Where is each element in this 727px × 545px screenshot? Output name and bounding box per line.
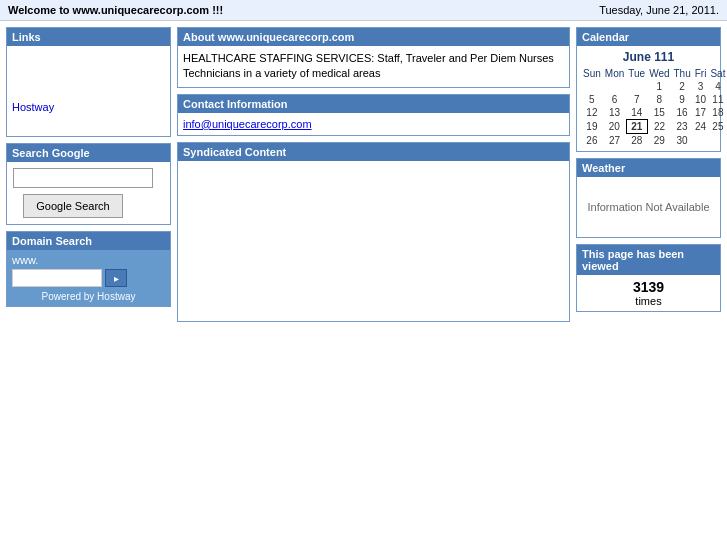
calendar-day: 17 <box>693 106 709 120</box>
calendar-day: 2 <box>672 80 693 93</box>
cal-thu: Thu <box>672 67 693 80</box>
date-text: Tuesday, June 21, 2011. <box>599 4 719 16</box>
calendar-header: Calendar <box>577 28 720 46</box>
cal-tue: Tue <box>626 67 647 80</box>
calendar-day: 1 <box>647 80 671 93</box>
cal-sun: Sun <box>581 67 603 80</box>
calendar-day: 16 <box>672 106 693 120</box>
calendar-day: 20 <box>603 120 626 134</box>
calendar-day: 25 <box>708 120 727 134</box>
calendar-day: 27 <box>603 134 626 148</box>
right-column: Calendar June 111 Sun Mon Tue Wed Thu Fr… <box>576 27 721 312</box>
calendar-tbody: 1234567891011121314151617181920212223242… <box>581 80 727 147</box>
weather-header: Weather <box>577 159 720 177</box>
calendar-day: 9 <box>672 93 693 106</box>
calendar-row: 12131415161718 <box>581 106 727 120</box>
search-google-header: Search Google <box>7 144 170 162</box>
main-content: Links Hostway Search Google Google Searc… <box>0 21 727 328</box>
syndicated-body <box>178 161 569 321</box>
calendar-day: 14 <box>626 106 647 120</box>
hostway-link[interactable]: Hostway <box>12 101 165 113</box>
syndicated-header: Syndicated Content <box>178 143 569 161</box>
calendar-day: 23 <box>672 120 693 134</box>
about-panel: About www.uniquecarecorp.com HEALTHCARE … <box>177 27 570 88</box>
calendar-day: 3 <box>693 80 709 93</box>
pageviews-count: 3139 <box>581 279 716 295</box>
calendar-day: 18 <box>708 106 727 120</box>
calendar-day: 8 <box>647 93 671 106</box>
search-icon: ▸ <box>114 273 119 284</box>
calendar-row: 1234 <box>581 80 727 93</box>
calendar-day: 21 <box>626 120 647 134</box>
contact-header: Contact Information <box>178 95 569 113</box>
calendar-day-headers: Sun Mon Tue Wed Thu Fri Sat <box>581 67 727 80</box>
calendar-day <box>693 134 709 148</box>
domain-search-body: www. ▸ Powered by Hostway <box>7 250 170 306</box>
contact-panel: Contact Information info@uniquecarecorp.… <box>177 94 570 136</box>
domain-search-button[interactable]: ▸ <box>105 269 127 287</box>
search-google-body: Google Search <box>7 162 170 224</box>
domain-input-row: ▸ <box>12 269 165 287</box>
search-input[interactable] <box>13 168 153 188</box>
about-header: About www.uniquecarecorp.com <box>178 28 569 46</box>
powered-by-text: Powered by Hostway <box>12 291 165 302</box>
calendar-day: 29 <box>647 134 671 148</box>
calendar-month: June 111 <box>581 50 716 64</box>
pageviews-suffix: times <box>581 295 716 307</box>
calendar-day: 11 <box>708 93 727 106</box>
cal-wed: Wed <box>647 67 671 80</box>
calendar-day <box>708 134 727 148</box>
contact-body: info@uniquecarecorp.com <box>178 113 569 135</box>
calendar-day: 13 <box>603 106 626 120</box>
calendar-day: 28 <box>626 134 647 148</box>
calendar-day <box>581 80 603 93</box>
middle-column: About www.uniquecarecorp.com HEALTHCARE … <box>177 27 570 322</box>
domain-search-header: Domain Search <box>7 232 170 250</box>
calendar-row: 567891011 <box>581 93 727 106</box>
www-label: www. <box>12 254 165 266</box>
calendar-day: 19 <box>581 120 603 134</box>
contact-email[interactable]: info@uniquecarecorp.com <box>183 118 312 130</box>
links-panel: Links Hostway <box>6 27 171 137</box>
calendar-day: 6 <box>603 93 626 106</box>
calendar-day: 4 <box>708 80 727 93</box>
left-column: Links Hostway Search Google Google Searc… <box>6 27 171 307</box>
cal-sat: Sat <box>708 67 727 80</box>
welcome-text: Welcome to www.uniquecarecorp.com !!! <box>8 4 223 16</box>
calendar-day: 12 <box>581 106 603 120</box>
calendar-table: Sun Mon Tue Wed Thu Fri Sat 123456789101… <box>581 67 727 147</box>
calendar-day: 10 <box>693 93 709 106</box>
links-header: Links <box>7 28 170 46</box>
calendar-day: 24 <box>693 120 709 134</box>
calendar-day: 7 <box>626 93 647 106</box>
calendar-row: 2627282930 <box>581 134 727 148</box>
calendar-day: 30 <box>672 134 693 148</box>
links-body: Hostway <box>7 46 170 136</box>
cal-fri: Fri <box>693 67 709 80</box>
calendar-day: 15 <box>647 106 671 120</box>
about-body: HEALTHCARE STAFFING SERVICES: Staff, Tra… <box>178 46 569 87</box>
calendar-day: 5 <box>581 93 603 106</box>
weather-body: Information Not Available <box>577 177 720 237</box>
top-bar: Welcome to www.uniquecarecorp.com !!! Tu… <box>0 0 727 21</box>
pageviews-body: 3139 times <box>577 275 720 311</box>
search-google-panel: Search Google Google Search <box>6 143 171 225</box>
calendar-row: 19202122232425 <box>581 120 727 134</box>
syndicated-panel: Syndicated Content <box>177 142 570 322</box>
calendar-day: 26 <box>581 134 603 148</box>
pageviews-panel: This page has been viewed 3139 times <box>576 244 721 312</box>
pageviews-header: This page has been viewed <box>577 245 720 275</box>
calendar-panel: Calendar June 111 Sun Mon Tue Wed Thu Fr… <box>576 27 721 152</box>
domain-search-panel: Domain Search www. ▸ Powered by Hostway <box>6 231 171 307</box>
calendar-body: June 111 Sun Mon Tue Wed Thu Fri Sat <box>577 46 720 151</box>
powered-by-link[interactable]: Powered by Hostway <box>42 291 136 302</box>
domain-input[interactable] <box>12 269 102 287</box>
google-search-button[interactable]: Google Search <box>23 194 123 218</box>
calendar-day: 22 <box>647 120 671 134</box>
weather-panel: Weather Information Not Available <box>576 158 721 238</box>
calendar-day <box>603 80 626 93</box>
cal-mon: Mon <box>603 67 626 80</box>
calendar-day <box>626 80 647 93</box>
